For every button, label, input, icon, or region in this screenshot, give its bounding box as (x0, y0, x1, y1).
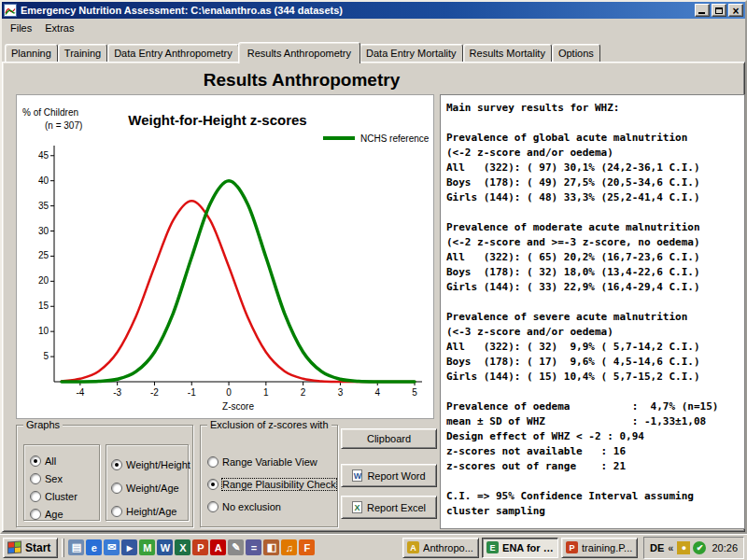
exclusion-groupbox: Exclusion of z-scores with Range Variabl… (200, 425, 338, 527)
radio-label: Weight/Height (126, 459, 190, 470)
page-title: Results Anthropometry (3, 70, 600, 91)
radio-button-icon[interactable] (111, 483, 122, 494)
task-window-icon: P (566, 541, 578, 553)
show-desktop-icon[interactable]: ▤ (68, 539, 84, 555)
excel-document-icon: X (352, 501, 362, 513)
calculator-icon[interactable]: = (246, 539, 261, 555)
radio-button-icon[interactable] (207, 479, 218, 490)
svg-text:1: 1 (263, 387, 269, 398)
svg-text:30: 30 (38, 226, 49, 236)
radio-label: No exclusion (222, 501, 281, 512)
graphs-group-label: Graphs (23, 419, 63, 430)
svg-text:15: 15 (38, 301, 49, 311)
menu-extras[interactable]: Extras (38, 21, 80, 35)
svg-text:(n = 307): (n = 307) (45, 120, 82, 131)
radio-button-icon[interactable] (30, 455, 41, 467)
clipboard-button[interactable]: Clipboard (341, 428, 437, 449)
report-excel-button[interactable]: X Report Excel (341, 496, 437, 519)
radio-range-variable-view[interactable]: Range Variable View (207, 454, 337, 469)
windows-logo-icon (7, 540, 21, 553)
excel-icon[interactable]: X (175, 539, 190, 555)
media-player-icon[interactable]: ► (121, 539, 137, 555)
svg-text:-3: -3 (113, 387, 121, 398)
svg-text:-4: -4 (76, 387, 84, 398)
radio-button-icon[interactable] (30, 491, 41, 502)
graphs-groupbox: Graphs AllSexClusterAge Weight/HeightWei… (16, 425, 193, 527)
tray-status-icon[interactable]: ● (677, 541, 690, 554)
radio-no-exclusion[interactable]: No exclusion (207, 498, 337, 514)
svg-text:35: 35 (38, 201, 49, 211)
word-icon[interactable]: W (157, 539, 173, 555)
tab-page-results-anthropometry: Results Anthropometry 51015202530354045-… (2, 62, 745, 532)
svg-text:5: 5 (412, 387, 417, 398)
taskbar-task-anthropo[interactable]: AAnthropo... (402, 538, 479, 558)
radio-height-age[interactable]: Height/Age (111, 503, 188, 519)
tab-results-mortality[interactable]: Results Mortality (463, 44, 552, 62)
language-indicator[interactable]: DE (650, 542, 664, 553)
task-label: Anthropo... (423, 542, 473, 553)
window-controls (695, 4, 743, 17)
menu-files[interactable]: Files (4, 21, 38, 35)
report-excel-label: Report Excel (367, 502, 426, 513)
close-button[interactable] (728, 4, 743, 17)
quick-launch-grip[interactable] (62, 539, 64, 557)
start-button[interactable]: Start (3, 538, 58, 558)
tab-results-anthropometry[interactable]: Results Anthropometry (238, 42, 360, 63)
radio-button-icon[interactable] (111, 459, 122, 470)
quick-launch: ▤e✉►MWXPA✎=◧♫F (68, 539, 315, 555)
tab-strip: PlanningTrainingData Entry Anthropometry… (2, 36, 745, 62)
window-title: Emergency Nutrition Assessment: C:\ena\a… (21, 5, 691, 16)
tab-data-entry-anthropometry[interactable]: Data Entry Anthropometry (107, 44, 239, 62)
tray-antivirus-icon[interactable]: ✔ (693, 541, 706, 554)
results-panel: Main survey results for WHZ: Prevalence … (440, 94, 745, 529)
radio-button-icon[interactable] (111, 506, 122, 517)
tab-training[interactable]: Training (58, 44, 107, 62)
acrobat-reader-icon[interactable]: A (210, 539, 226, 555)
tab-options[interactable]: Options (552, 44, 600, 62)
radio-button-icon[interactable] (207, 456, 218, 468)
firefox-icon[interactable]: F (299, 539, 315, 555)
radio-weight-age[interactable]: Weight/Age (111, 480, 188, 496)
results-text: Main survey results for WHZ: Prevalence … (446, 101, 742, 519)
graph-index-panel: Weight/HeightWeight/AgeHeight/Age (106, 444, 189, 521)
svg-text:NCHS reference: NCHS reference (360, 133, 430, 144)
app-icon (4, 4, 17, 17)
radio-weight-height[interactable]: Weight/Height (111, 456, 188, 472)
minimize-button[interactable] (695, 4, 710, 17)
tray-expand-chevron[interactable]: « (668, 542, 673, 553)
powerpoint-icon[interactable]: P (192, 539, 208, 555)
radio-label: Cluster (45, 491, 78, 502)
whz-chart: 51015202530354045-4-3-2-1012345% of Chil… (16, 94, 434, 419)
tab-data-entry-mortality[interactable]: Data Entry Mortality (359, 44, 463, 62)
tab-planning[interactable]: Planning (5, 44, 58, 62)
svg-text:Weight-for-Height z-scores: Weight-for-Height z-scores (128, 112, 306, 128)
task-buttons: AAnthropo...EENA for S...Ptraining.P... (402, 538, 638, 558)
radio-all[interactable]: All (30, 453, 99, 469)
svg-text:0: 0 (226, 387, 232, 398)
svg-text:4: 4 (374, 387, 380, 398)
paint-icon[interactable]: ◧ (263, 539, 279, 555)
taskbar-task-training-p[interactable]: Ptraining.P... (561, 538, 638, 558)
internet-explorer-icon[interactable]: e (86, 539, 102, 555)
minimize-icon (698, 12, 705, 14)
svg-text:25: 25 (38, 250, 49, 260)
svg-text:-1: -1 (188, 387, 196, 398)
svg-text:Z-score: Z-score (222, 401, 254, 412)
radio-cluster[interactable]: Cluster (30, 488, 99, 504)
outlook-icon[interactable]: ✉ (104, 539, 120, 555)
radio-label: All (45, 455, 56, 467)
msn-messenger-icon[interactable]: M (139, 539, 155, 555)
radio-button-icon[interactable] (30, 473, 41, 484)
taskbar-task-ena-for-s[interactable]: EENA for S... (482, 538, 558, 558)
radio-range-plausibility-check[interactable]: Range Plausibility Check (207, 476, 337, 492)
svg-text:40: 40 (38, 175, 49, 186)
app-window: Emergency Nutrition Assessment: C:\ena\a… (0, 0, 747, 534)
notepad-icon[interactable]: ✎ (228, 539, 244, 555)
radio-button-icon[interactable] (30, 509, 41, 520)
radio-button-icon[interactable] (207, 501, 218, 512)
radio-sex[interactable]: Sex (30, 470, 99, 486)
radio-age[interactable]: Age (30, 506, 99, 522)
report-word-button[interactable]: W Report Word (341, 464, 437, 487)
maximize-button[interactable] (712, 4, 726, 17)
winamp-icon[interactable]: ♫ (281, 539, 297, 555)
